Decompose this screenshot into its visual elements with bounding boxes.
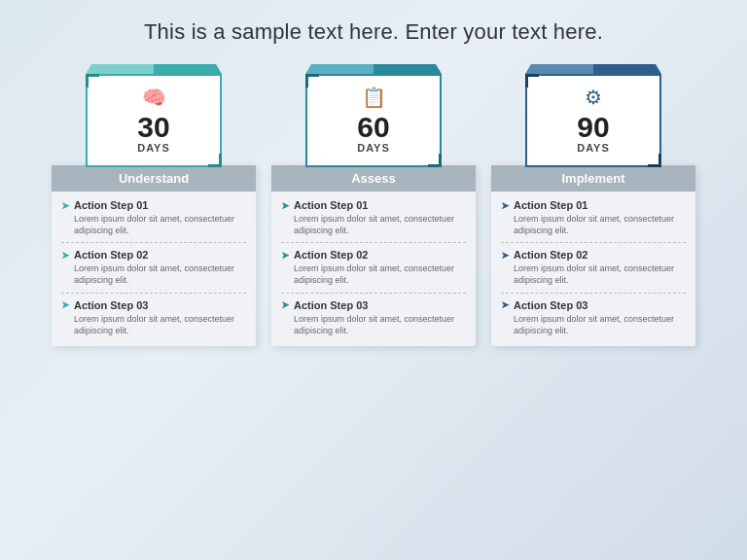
day-number-2: 60	[317, 113, 430, 142]
action-item-2-3: ➤Action Step 03Lorem ipsum dolor sit ame…	[281, 299, 466, 336]
bracket-br-2	[428, 154, 442, 167]
action-title-text-3-1: Action Step 01	[514, 199, 587, 211]
action-item-1-3: ➤Action Step 03Lorem ipsum dolor sit ame…	[61, 299, 246, 336]
action-title-text-3-3: Action Step 03	[514, 299, 587, 311]
divider-1-2	[61, 293, 246, 294]
column-3: ⚙90DAYSImplement➤Action Step 01Lorem ips…	[491, 64, 695, 346]
action-item-2-2: ➤Action Step 02Lorem ipsum dolor sit ame…	[281, 249, 466, 286]
action-desc-1-2: Lorem ipsum dolor sit amet, consectetuer…	[61, 262, 246, 286]
day-label-3: DAYS	[537, 142, 650, 154]
card-icon-3: ⚙	[537, 86, 650, 109]
content-card-1: Understand➤Action Step 01Lorem ipsum dol…	[52, 165, 256, 346]
page-title: This is a sample text here. Enter your t…	[144, 19, 603, 45]
arrow-icon-2-1: ➤	[281, 200, 289, 211]
arrow-icon-1-2: ➤	[61, 250, 69, 261]
header-inner-3: ⚙90DAYS	[525, 74, 661, 167]
action-item-3-2: ➤Action Step 02Lorem ipsum dolor sit ame…	[501, 249, 686, 286]
arrow-icon-1-1: ➤	[61, 200, 69, 211]
fold-right-1	[154, 64, 222, 74]
section-header-3: Implement	[491, 165, 695, 192]
fold-left-3	[525, 64, 593, 74]
content-card-3: Implement➤Action Step 01Lorem ipsum dolo…	[491, 165, 695, 346]
fold-left-1	[86, 64, 154, 74]
top-fold-2	[305, 64, 442, 74]
divider-3-2	[501, 293, 686, 294]
action-title-1-3: ➤Action Step 03	[61, 299, 246, 311]
action-title-text-2-1: Action Step 01	[294, 199, 368, 211]
bracket-br-1	[208, 154, 222, 167]
arrow-icon-1-3: ➤	[61, 299, 69, 310]
arrow-icon-3-3: ➤	[501, 299, 509, 310]
fold-right-3	[593, 64, 661, 74]
bracket-br-3	[648, 154, 661, 167]
action-title-2-1: ➤Action Step 01	[281, 199, 466, 211]
action-title-3-1: ➤Action Step 01	[501, 199, 686, 211]
action-title-2-3: ➤Action Step 03	[281, 299, 466, 311]
divider-2-2	[281, 293, 466, 294]
action-desc-2-2: Lorem ipsum dolor sit amet, consectetuer…	[281, 262, 466, 286]
action-desc-3-2: Lorem ipsum dolor sit amet, consectetuer…	[501, 262, 686, 286]
columns-container: 🧠30DAYSUnderstand➤Action Step 01Lorem ip…	[29, 64, 718, 346]
card-icon-1: 🧠	[97, 86, 210, 109]
divider-1-1	[61, 242, 246, 243]
action-title-3-2: ➤Action Step 02	[501, 249, 686, 261]
action-title-text-2-3: Action Step 03	[294, 299, 368, 311]
fold-right-2	[374, 64, 442, 74]
content-body-3: ➤Action Step 01Lorem ipsum dolor sit ame…	[491, 192, 695, 346]
action-desc-2-1: Lorem ipsum dolor sit amet, consectetuer…	[281, 213, 466, 236]
action-title-text-1-3: Action Step 03	[74, 299, 148, 311]
action-title-text-3-2: Action Step 02	[514, 249, 587, 261]
header-inner-2: 📋60DAYS	[305, 74, 442, 167]
top-fold-3	[525, 64, 661, 74]
bracket-tl-3	[525, 74, 539, 88]
content-body-2: ➤Action Step 01Lorem ipsum dolor sit ame…	[271, 192, 476, 346]
action-item-3-1: ➤Action Step 01Lorem ipsum dolor sit ame…	[501, 199, 686, 236]
divider-2-1	[281, 242, 466, 243]
column-1: 🧠30DAYSUnderstand➤Action Step 01Lorem ip…	[52, 64, 256, 346]
arrow-icon-3-1: ➤	[501, 200, 509, 211]
arrow-icon-3-2: ➤	[501, 250, 509, 261]
action-title-1-1: ➤Action Step 01	[61, 199, 246, 211]
top-fold-1	[86, 64, 222, 74]
arrow-icon-2-3: ➤	[281, 299, 289, 310]
card-icon-2: 📋	[317, 86, 430, 109]
action-title-text-2-2: Action Step 02	[294, 249, 368, 261]
action-desc-1-1: Lorem ipsum dolor sit amet, consectetuer…	[61, 213, 246, 236]
fold-left-2	[305, 64, 374, 74]
bracket-tl-1	[86, 74, 99, 88]
action-desc-2-3: Lorem ipsum dolor sit amet, consectetuer…	[281, 313, 466, 336]
column-2: 📋60DAYSAssess➤Action Step 01Lorem ipsum …	[271, 64, 476, 346]
action-desc-3-1: Lorem ipsum dolor sit amet, consectetuer…	[501, 213, 686, 236]
bracket-tl-2	[305, 74, 319, 88]
day-number-3: 90	[537, 113, 650, 142]
section-header-1: Understand	[52, 165, 256, 192]
action-item-2-1: ➤Action Step 01Lorem ipsum dolor sit ame…	[281, 199, 466, 236]
action-item-1-2: ➤Action Step 02Lorem ipsum dolor sit ame…	[61, 249, 246, 286]
action-title-3-3: ➤Action Step 03	[501, 299, 686, 311]
action-title-2-2: ➤Action Step 02	[281, 249, 466, 261]
action-desc-3-3: Lorem ipsum dolor sit amet, consectetuer…	[501, 313, 686, 336]
action-title-1-2: ➤Action Step 02	[61, 249, 246, 261]
day-label-1: DAYS	[97, 142, 210, 154]
content-body-1: ➤Action Step 01Lorem ipsum dolor sit ame…	[52, 192, 256, 346]
action-item-1-1: ➤Action Step 01Lorem ipsum dolor sit ame…	[61, 199, 246, 236]
arrow-icon-2-2: ➤	[281, 250, 289, 261]
divider-3-1	[501, 242, 686, 243]
section-header-2: Assess	[271, 165, 476, 192]
header-inner-1: 🧠30DAYS	[86, 74, 222, 167]
day-label-2: DAYS	[317, 142, 430, 154]
action-item-3-3: ➤Action Step 03Lorem ipsum dolor sit ame…	[501, 299, 686, 336]
action-title-text-1-1: Action Step 01	[74, 199, 148, 211]
content-card-2: Assess➤Action Step 01Lorem ipsum dolor s…	[271, 165, 476, 346]
action-desc-1-3: Lorem ipsum dolor sit amet, consectetuer…	[61, 313, 246, 336]
day-number-1: 30	[97, 113, 210, 142]
action-title-text-1-2: Action Step 02	[74, 249, 148, 261]
